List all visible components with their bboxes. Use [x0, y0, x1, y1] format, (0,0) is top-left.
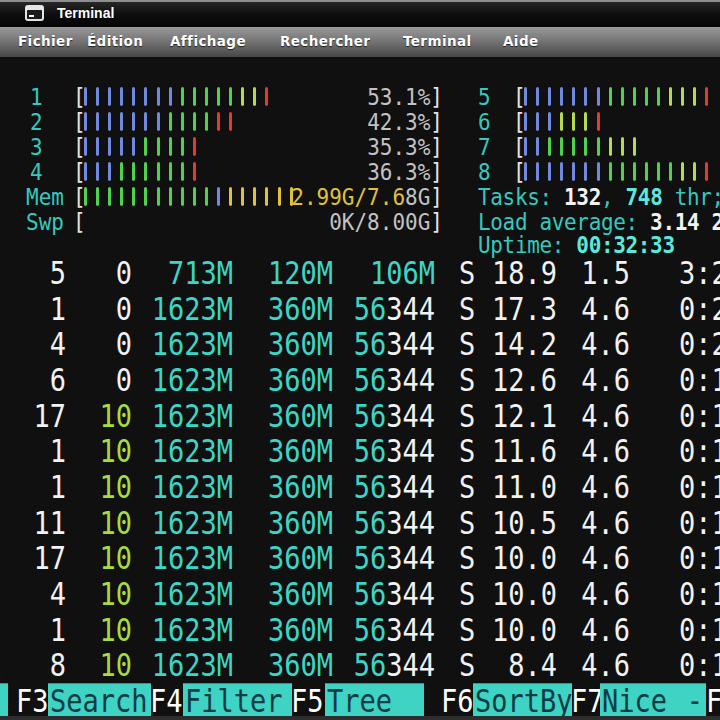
bar-pipe [597, 137, 600, 156]
process-row[interactable]: 4101623M360M56344S10.04.60:1 [0, 576, 720, 612]
process-row[interactable]: 11101623M360M56344S10.54.60:1 [0, 505, 720, 541]
cell-virt: 1623M [127, 362, 233, 398]
bar-pipe [633, 87, 636, 106]
process-row[interactable]: 17101623M360M56344S12.14.60:1 [0, 398, 720, 434]
cell-shr-low: 344 [386, 396, 435, 433]
cell-res: 360M [227, 540, 333, 576]
process-row[interactable]: 1101623M360M56344S11.04.60:1 [0, 469, 720, 505]
cell-mem: 4.6 [524, 469, 630, 505]
fnkey-f8[interactable]: F8 [706, 683, 720, 718]
fnkey-f7[interactable]: F7 [571, 683, 604, 718]
window-title: Terminal [57, 5, 114, 21]
bar-pipe [536, 112, 539, 131]
bar-pipe [705, 162, 708, 181]
cell-res: 360M [227, 433, 333, 469]
bar-pipe [681, 87, 684, 106]
title-bar[interactable]: Terminal [0, 0, 720, 27]
menu-item-fichier[interactable]: Fichier [18, 27, 73, 55]
cell-shr-high: 56 [354, 539, 387, 576]
cell-time: 3:2 [679, 255, 720, 291]
cell-shr: 56344 [329, 362, 435, 398]
cell-mem: 4.6 [524, 398, 630, 434]
process-row[interactable]: 17101623M360M56344S10.04.60:1 [0, 540, 720, 576]
process-row[interactable]: 50713M120M106MS18.91.53:2 [0, 255, 720, 291]
menu-item-affichage[interactable]: Affichage [170, 27, 246, 55]
cell-res: 120M [227, 255, 333, 291]
cell-shr-high: 56 [354, 575, 387, 612]
cell-shr-high: 56 [354, 646, 387, 683]
cell-res: 360M [227, 505, 333, 541]
fnkey-f4[interactable]: F4 [150, 683, 183, 718]
bar-pipe [560, 112, 563, 131]
cell-shr-low: 344 [386, 646, 435, 683]
bar-pipe [560, 162, 563, 181]
fnkey-lead-block [0, 683, 8, 718]
cell-shr-high: 56 [354, 396, 387, 433]
cell-ni: 10 [26, 505, 132, 541]
meter-line-8: 8[ [0, 160, 720, 185]
menu-item-aide[interactable]: Aide [503, 27, 539, 55]
bar-pipe [524, 87, 527, 106]
menu-item-terminal[interactable]: Terminal [403, 27, 471, 55]
fnkey-f5-label[interactable]: Tree [325, 683, 424, 718]
8-bar [524, 162, 718, 181]
cell-shr-high: 56 [354, 325, 387, 362]
cell-shr: 56344 [329, 612, 435, 648]
cell-time: 0:1 [679, 433, 720, 469]
process-row[interactable]: 401623M360M56344S14.24.60:2 [0, 326, 720, 362]
fnkey-label-dash: - [687, 683, 703, 718]
bar-pipe [609, 87, 612, 106]
cell-virt: 1623M [127, 469, 233, 505]
bar-pipe [572, 87, 575, 106]
process-row[interactable]: 601623M360M56344S12.64.60:1 [0, 362, 720, 398]
5-bar [524, 87, 718, 106]
meter-label: 6 [478, 110, 491, 135]
menu-item-dition[interactable]: Édition [87, 27, 143, 55]
fnkey-f3-label[interactable]: Search [48, 683, 151, 718]
bar-pipe [597, 162, 600, 181]
cell-shr-high: 56 [354, 361, 387, 398]
fnkey-f5[interactable]: F5 [291, 683, 324, 718]
fnkey-f7-label[interactable]: Nice- [600, 683, 706, 718]
cell-shr: 56344 [329, 433, 435, 469]
cell-mem: 4.6 [524, 647, 630, 683]
cell-shr: 56344 [329, 398, 435, 434]
cell-mem: 4.6 [524, 433, 630, 469]
process-row[interactable]: 1101623M360M56344S10.04.60:1 [0, 612, 720, 648]
bar-pipe [657, 87, 660, 106]
terminal-content: 1[53.1%]2[42.3%]3[35.3%]4[36.3%]Mem[2.99… [0, 57, 720, 720]
cell-mem: 4.6 [524, 540, 630, 576]
cell-ni: 10 [26, 469, 132, 505]
process-row[interactable]: 1101623M360M56344S11.64.60:1 [0, 433, 720, 469]
cell-shr-high: 56 [354, 432, 387, 469]
bar-pipe [645, 87, 648, 106]
cell-virt: 1623M [127, 540, 233, 576]
bar-pipe [524, 137, 527, 156]
fnkey-f3[interactable]: F3 [16, 683, 49, 718]
cell-virt: 1623M [127, 398, 233, 434]
process-row[interactable]: 101623M360M56344S17.34.60:2 [0, 291, 720, 327]
cell-shr-low: 344 [386, 468, 435, 505]
bar-pipe [621, 162, 624, 181]
bar-pipe [597, 112, 600, 131]
cell-mem: 4.6 [524, 576, 630, 612]
cell-shr-low: 344 [386, 539, 435, 576]
cell-virt: 1623M [127, 291, 233, 327]
bar-pipe [669, 162, 672, 181]
cell-shr: 56344 [329, 505, 435, 541]
cell-ni: 10 [26, 433, 132, 469]
cell-shr-high: 56 [354, 289, 387, 326]
fnkey-f6[interactable]: F6 [441, 683, 474, 718]
cell-shr-high: 56 [354, 503, 387, 540]
bar-pipe [548, 112, 551, 131]
bar-pipe [609, 137, 612, 156]
window-bottom-edge [0, 716, 720, 720]
process-row[interactable]: 8101623M360M56344S8.44.60:1 [0, 647, 720, 683]
cell-res: 360M [227, 291, 333, 327]
menu-item-rechercher[interactable]: Rechercher [280, 27, 370, 55]
cell-res: 360M [227, 362, 333, 398]
terminal-icon [25, 5, 44, 21]
bar-pipe [657, 162, 660, 181]
fnkey-f4-label[interactable]: Filter [183, 683, 292, 718]
fnkey-f6-label[interactable]: SortBy [473, 683, 572, 718]
